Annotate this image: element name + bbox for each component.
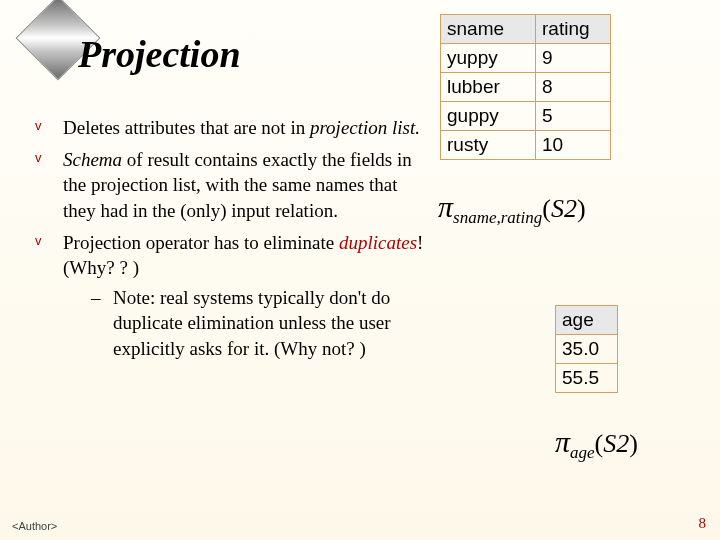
formula-1: πsname,rating(S2) <box>438 190 586 228</box>
t2-h0: age <box>556 306 618 335</box>
bullet-3-text-b: duplicates <box>339 232 417 253</box>
pi-symbol-1: π <box>438 190 453 223</box>
bullet-1-text-b: projection list. <box>310 117 420 138</box>
formula2-sub: age <box>570 443 595 462</box>
footer-author: <Author> <box>12 520 57 532</box>
bullet-1: Deletes attributes that are not in proje… <box>35 115 425 141</box>
bullet-2-text-a: Schema <box>63 149 122 170</box>
pi-symbol-2: π <box>555 425 570 458</box>
projection-table-2: age 35.0 55.5 <box>555 305 618 393</box>
formula-2: πage(S2) <box>555 425 638 463</box>
t1-h0: sname <box>441 15 536 44</box>
t1-r3c0: rusty <box>441 131 536 160</box>
t1-r2c0: guppy <box>441 102 536 131</box>
t1-r0c1: 9 <box>536 44 611 73</box>
projection-table-1: sname rating yuppy9 lubber8 guppy5 rusty… <box>440 14 611 160</box>
t2-r1: 55.5 <box>556 364 618 393</box>
formula1-arg: S2 <box>551 194 577 223</box>
bullet-2: Schema of result contains exactly the fi… <box>35 147 425 224</box>
sub-bullet-1: Note: real systems typically don't do du… <box>63 285 425 362</box>
bullet-list: Deletes attributes that are not in proje… <box>35 115 425 368</box>
t1-h1: rating <box>536 15 611 44</box>
bullet-3: Projection operator has to eliminate dup… <box>35 230 425 362</box>
formula2-arg: S2 <box>603 429 629 458</box>
bullet-1-text-a: Deletes attributes that are not in <box>63 117 310 138</box>
t1-r2c1: 5 <box>536 102 611 131</box>
t1-r3c1: 10 <box>536 131 611 160</box>
t1-r1c0: lubber <box>441 73 536 102</box>
t1-r0c0: yuppy <box>441 44 536 73</box>
slide-title: Projection <box>78 32 241 76</box>
t2-r0: 35.0 <box>556 335 618 364</box>
bullet-3-text-a: Projection operator has to eliminate <box>63 232 339 253</box>
t1-r1c1: 8 <box>536 73 611 102</box>
formula1-sub: sname,rating <box>453 208 542 227</box>
footer-page: 8 <box>699 515 707 532</box>
